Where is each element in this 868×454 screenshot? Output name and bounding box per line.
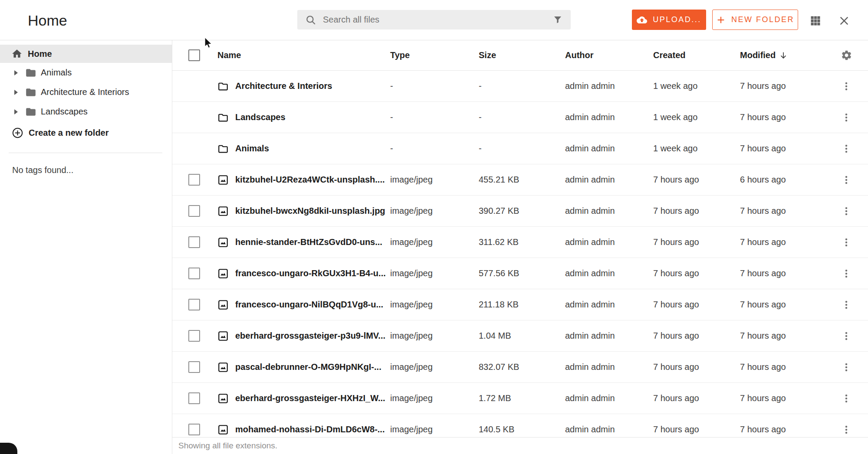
- row-menu-kebab-icon[interactable]: [841, 362, 852, 373]
- chevron-right-icon[interactable]: [13, 108, 19, 115]
- chevron-right-icon[interactable]: [13, 89, 19, 96]
- row-menu-kebab-icon[interactable]: [841, 237, 852, 248]
- sidebar-item-landscapes[interactable]: Landscapes: [0, 102, 172, 121]
- row-size: -: [479, 112, 565, 122]
- row-menu-kebab-icon[interactable]: [841, 330, 852, 342]
- filter-icon[interactable]: [552, 15, 563, 25]
- upload-button[interactable]: UPLOAD...: [632, 10, 706, 30]
- row-created: 7 hours ago: [653, 175, 740, 185]
- row-name[interactable]: francesco-ungaro-NilBQqD1Vg8-u...: [235, 300, 383, 310]
- row-size: 577.56 KB: [479, 268, 565, 278]
- row-modified: 7 hours ago: [740, 425, 825, 434]
- row-type: image/jpeg: [390, 425, 479, 434]
- row-menu-kebab-icon[interactable]: [841, 268, 852, 279]
- search-input[interactable]: [323, 15, 552, 25]
- row-type: image/jpeg: [390, 300, 479, 310]
- table-row[interactable]: kitzbuhel-U2Reza4WCtk-unsplash.... image…: [172, 164, 868, 196]
- select-all-checkbox[interactable]: [188, 49, 200, 61]
- row-name[interactable]: hennie-stander-BtHtZsGvdD0-uns...: [235, 237, 382, 247]
- sidebar-item-home[interactable]: Home: [0, 45, 172, 63]
- row-checkbox[interactable]: [188, 299, 200, 310]
- row-created: 1 week ago: [653, 144, 740, 154]
- row-checkbox[interactable]: [188, 174, 200, 186]
- row-menu-kebab-icon[interactable]: [841, 81, 852, 92]
- row-checkbox[interactable]: [188, 361, 200, 373]
- row-author: admin admin: [565, 81, 653, 91]
- row-menu-kebab-icon[interactable]: [841, 112, 852, 123]
- table-row[interactable]: francesco-ungaro-NilBQqD1Vg8-u... image/…: [172, 289, 868, 320]
- row-author: admin admin: [565, 206, 653, 216]
- table-settings-gear-icon[interactable]: [825, 49, 868, 61]
- row-size: 140.5 KB: [479, 425, 565, 434]
- home-icon: [11, 48, 23, 59]
- row-size: 211.18 KB: [479, 300, 565, 310]
- row-checkbox[interactable]: [188, 424, 200, 435]
- table-row[interactable]: Animals - - admin admin 1 week ago 7 hou…: [172, 133, 868, 164]
- row-type: -: [390, 81, 479, 91]
- row-name[interactable]: eberhard-grossgasteiger-HXHzI_W...: [235, 393, 385, 403]
- table-row[interactable]: Landscapes - - admin admin 1 week ago 7 …: [172, 102, 868, 133]
- row-created: 1 week ago: [653, 112, 740, 122]
- row-menu-kebab-icon[interactable]: [841, 393, 852, 404]
- create-folder-button[interactable]: Create a new folder: [0, 123, 172, 143]
- row-name[interactable]: eberhard-grossgasteiger-p3u9-lMV...: [235, 331, 385, 341]
- row-checkbox[interactable]: [188, 392, 200, 404]
- row-menu-kebab-icon[interactable]: [841, 174, 852, 186]
- row-size: 832.07 KB: [479, 362, 565, 372]
- no-tags-message: No tags found...: [0, 165, 172, 175]
- row-name[interactable]: Architecture & Interiors: [235, 81, 332, 91]
- row-created: 7 hours ago: [653, 425, 740, 434]
- row-name[interactable]: mohamed-nohassi-Di-DmLD6cW8-...: [235, 425, 385, 434]
- table-row[interactable]: Architecture & Interiors - - admin admin…: [172, 71, 868, 102]
- folder-icon: [217, 81, 229, 92]
- column-header-modified[interactable]: Modified: [740, 50, 825, 60]
- row-name[interactable]: Animals: [235, 144, 269, 154]
- row-checkbox[interactable]: [188, 330, 200, 342]
- sort-descending-icon: [779, 51, 788, 60]
- image-file-icon: [217, 393, 229, 404]
- grid-view-icon[interactable]: [809, 14, 822, 27]
- sidebar-item-architecture-interiors[interactable]: Architecture & Interiors: [0, 82, 172, 102]
- column-header-type[interactable]: Type: [390, 50, 479, 60]
- image-file-icon: [217, 330, 229, 342]
- row-menu-kebab-icon[interactable]: [841, 424, 852, 435]
- column-header-author[interactable]: Author: [565, 50, 653, 60]
- sidebar-divider: [9, 153, 162, 153]
- plus-icon: [716, 15, 726, 25]
- table-row[interactable]: eberhard-grossgasteiger-HXHzI_W... image…: [172, 383, 868, 414]
- table-row[interactable]: eberhard-grossgasteiger-p3u9-lMV... imag…: [172, 320, 868, 352]
- row-menu-kebab-icon[interactable]: [841, 143, 852, 154]
- column-header-created[interactable]: Created: [653, 50, 740, 60]
- page-title: Home: [28, 12, 67, 29]
- row-checkbox[interactable]: [188, 236, 200, 248]
- sidebar-item-animals[interactable]: Animals: [0, 63, 172, 82]
- row-created: 7 hours ago: [653, 300, 740, 310]
- row-checkbox[interactable]: [188, 268, 200, 279]
- close-icon[interactable]: [838, 14, 851, 27]
- row-name[interactable]: kitzbuhel-bwcxNg8dkiI-unsplash.jpg: [235, 206, 385, 216]
- row-created: 7 hours ago: [653, 362, 740, 372]
- chevron-right-icon[interactable]: [13, 69, 19, 76]
- row-checkbox[interactable]: [188, 205, 200, 217]
- row-name[interactable]: Landscapes: [235, 112, 286, 122]
- row-created: 7 hours ago: [653, 393, 740, 403]
- row-name[interactable]: francesco-ungaro-RkGUx3H1-B4-u...: [235, 268, 386, 278]
- column-header-size[interactable]: Size: [479, 50, 565, 60]
- table-row[interactable]: hennie-stander-BtHtZsGvdD0-uns... image/…: [172, 227, 868, 258]
- column-header-name[interactable]: Name: [217, 50, 390, 60]
- search-bar[interactable]: [297, 10, 571, 29]
- table-row[interactable]: kitzbuhel-bwcxNg8dkiI-unsplash.jpg image…: [172, 196, 868, 227]
- table-row[interactable]: francesco-ungaro-RkGUx3H1-B4-u... image/…: [172, 258, 868, 289]
- row-created: 1 week ago: [653, 81, 740, 91]
- row-author: admin admin: [565, 144, 653, 154]
- row-name[interactable]: kitzbuhel-U2Reza4WCtk-unsplash....: [235, 175, 385, 185]
- table-row[interactable]: pascal-debrunner-O-MG9HpNKgI-... image/j…: [172, 352, 868, 383]
- image-file-icon: [217, 237, 229, 248]
- row-size: -: [479, 81, 565, 91]
- row-menu-kebab-icon[interactable]: [841, 299, 852, 310]
- new-folder-button[interactable]: NEW FOLDER: [712, 10, 798, 30]
- row-name[interactable]: pascal-debrunner-O-MG9HpNKgI-...: [235, 362, 381, 372]
- row-modified: 7 hours ago: [740, 268, 825, 278]
- row-menu-kebab-icon[interactable]: [841, 206, 852, 217]
- row-modified: 7 hours ago: [740, 144, 825, 154]
